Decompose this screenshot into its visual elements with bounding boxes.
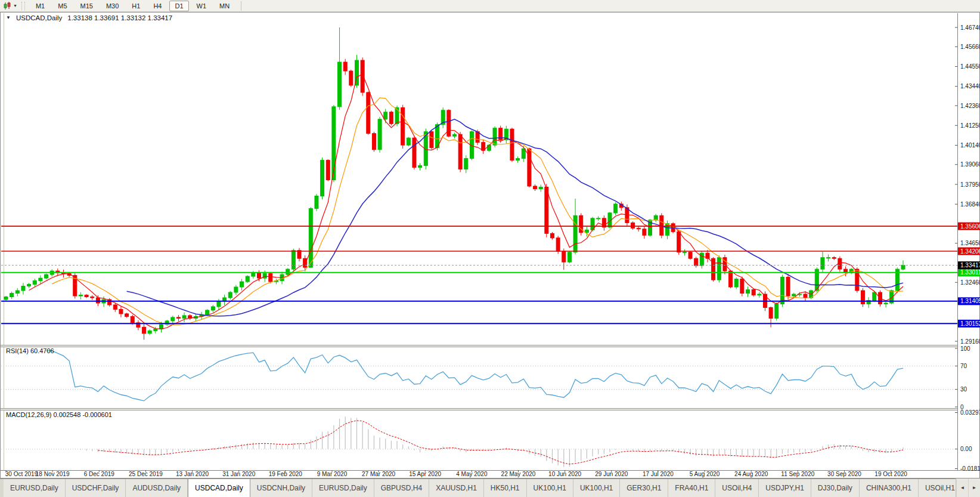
chart-title: ▼ USDCAD,Daily 1.33138 1.33691 1.33132 1…: [6, 14, 172, 21]
date-label: 18 Nov 2019: [36, 471, 70, 477]
chart-tab-GBPUSD-H4[interactable]: GBPUSD,H4: [374, 479, 429, 497]
date-label: 5 Aug 2020: [690, 471, 720, 477]
hline-price-box-label: 1.33011: [960, 269, 980, 276]
date-label: 6 Dec 2019: [84, 471, 115, 477]
chart-tab-USDCAD-Daily[interactable]: USDCAD,Daily: [188, 479, 250, 497]
macd-tick-label: 0.00: [960, 446, 972, 452]
toolbar: ▼ M1M5M15M30H1H4D1W1MN: [0, 0, 980, 12]
chart-ohlc-values: 1.33138 1.33691 1.33132 1.33417: [67, 14, 172, 21]
chart-tab-XAUUSD-H1[interactable]: XAUUSD,H1: [429, 479, 484, 497]
chart-tab-AUDUSD-Daily[interactable]: AUDUSD,Daily: [126, 479, 188, 497]
price-tick-label: 1.41250: [960, 122, 980, 129]
timeframe-button-D1[interactable]: D1: [169, 1, 188, 11]
date-label: 9 Mar 2020: [317, 471, 348, 477]
chart-tab-FRA40-H1[interactable]: FRA40,H1: [668, 479, 715, 497]
rsi-tick-label: 30: [960, 386, 967, 393]
timeframe-button-M15[interactable]: M15: [75, 1, 98, 11]
rsi-tick-label: 70: [960, 363, 967, 369]
hline-price-box-label: 1.31405: [960, 298, 980, 304]
date-label: 17 Jul 2020: [643, 471, 674, 477]
price-tick-label: 1.43440: [960, 83, 980, 89]
current-price-box-label: 1.33417: [960, 262, 980, 268]
timeframe-button-H4[interactable]: H4: [148, 1, 167, 11]
date-label: 27 Mar 2020: [362, 471, 396, 477]
hline-price-box-label: 1.35606: [960, 223, 980, 230]
price-tick-label: 1.42360: [960, 103, 980, 109]
mt4-terminal: { "icons": { "collapse": "▼", "dropdown"…: [0, 0, 980, 497]
timeframe-button-M5[interactable]: M5: [52, 1, 72, 11]
chart-symbol-label: USDCAD,Daily: [16, 14, 62, 21]
chart-type-dropdown-icon[interactable]: ▼: [13, 4, 20, 8]
price-tick-label: 1.36840: [960, 201, 980, 208]
rsi-tick-label: 100: [960, 345, 970, 352]
toolbar-separator: [241, 1, 241, 11]
price-tick-label: 1.40140: [960, 142, 980, 149]
hline-price-box-label: 1.30152: [960, 320, 980, 327]
date-label: 10 Jun 2020: [548, 471, 581, 477]
date-label: 30 Sep 2020: [827, 471, 861, 477]
date-label: 15 Apr 2020: [409, 471, 441, 477]
date-label: 4 May 2020: [456, 471, 488, 477]
price-tick-label: 1.32460: [960, 279, 980, 286]
price-tick-label: 1.37950: [960, 181, 980, 188]
chart-tab-CHINA300-H1[interactable]: CHINA300,H1: [860, 479, 919, 497]
price-tick-label: 1.46740: [960, 24, 980, 31]
macd-plot[interactable]: [1, 410, 957, 471]
chart-tab-UK100-H1[interactable]: UK100,H1: [527, 479, 573, 497]
chart-tab-USDJPY-H1[interactable]: USDJPY,H1: [759, 479, 811, 497]
price-tick-label: 1.29160: [960, 338, 980, 345]
candlestick-chart-icon[interactable]: [2, 1, 13, 11]
main-chart-plot[interactable]: [1, 13, 957, 345]
chart-tab-GER30-H1[interactable]: GER30,H1: [620, 479, 668, 497]
price-tick-label: 1.45660: [960, 44, 980, 50]
rsi-plot[interactable]: [1, 346, 957, 409]
date-label: 29 Jun 2020: [595, 471, 628, 477]
date-label: 24 Aug 2020: [734, 471, 768, 477]
price-tick-label: 1.34650: [960, 240, 980, 246]
chart-tab-DJ30-Daily[interactable]: DJ30,Daily: [811, 479, 860, 497]
date-label: 31 Jan 2020: [222, 471, 255, 477]
chart-tab-HK50-H1[interactable]: HK50,H1: [484, 479, 527, 497]
chart-tab-UK100-H1[interactable]: UK100,H1: [573, 479, 620, 497]
price-tick-label: 1.44550: [960, 63, 980, 70]
chart-tab-EURUSD-Daily[interactable]: EURUSD,Daily: [312, 479, 374, 497]
timeframe-button-M30[interactable]: M30: [101, 1, 124, 11]
hline-price-box-label: 1.34206: [960, 248, 980, 255]
tab-scroll-left-icon[interactable]: ◄: [956, 479, 968, 497]
chart-canvas[interactable]: 30 Oct 201918 Nov 20196 Dec 201925 Dec 2…: [0, 12, 980, 479]
date-label: 22 May 2020: [501, 471, 536, 477]
tab-scroll-arrows: ◄ ►: [956, 479, 980, 497]
tab-scroll-right-icon[interactable]: ►: [968, 479, 980, 497]
chart-tab-bar: EURUSD,DailyUSDCHF,DailyAUDUSD,DailyUSDC…: [0, 479, 980, 497]
timeframe-button-H1[interactable]: H1: [126, 1, 145, 11]
collapse-icon[interactable]: ▼: [6, 14, 11, 21]
price-tick-label: 1.39060: [960, 161, 980, 168]
date-label: 19 Feb 2020: [269, 471, 303, 477]
date-label: 19 Oct 2020: [874, 471, 907, 477]
chart-tab-USOil-H4[interactable]: USOil,H4: [715, 479, 759, 497]
chart-tab-USDCNH-Daily[interactable]: USDCNH,Daily: [250, 479, 312, 497]
date-label: 13 Jan 2020: [176, 471, 209, 477]
date-label: 25 Dec 2019: [129, 471, 163, 477]
macd-tick-label: -0.018154: [960, 465, 980, 472]
timeframe-button-MN[interactable]: MN: [214, 1, 235, 11]
date-label: 30 Oct 2019: [5, 471, 38, 477]
date-label: 11 Sep 2020: [781, 471, 814, 477]
chart-tab-EURUSD-Daily[interactable]: EURUSD,Daily: [4, 479, 66, 497]
timeframe-buttons: M1M5M15M30H1H4D1W1MN: [29, 1, 236, 11]
toolbar-grip: [21, 2, 25, 10]
rsi-indicator-label: RSI(14) 60.4706: [6, 347, 54, 354]
macd-indicator-label: MACD(12,26,9) 0.002548 -0.000601: [6, 411, 112, 418]
chart-tab-USDCHF-Daily[interactable]: USDCHF,Daily: [66, 479, 126, 497]
macd-tick-label: 0.032972: [960, 409, 980, 416]
timeframe-button-W1[interactable]: W1: [191, 1, 212, 11]
timeframe-button-M1[interactable]: M1: [30, 1, 50, 11]
